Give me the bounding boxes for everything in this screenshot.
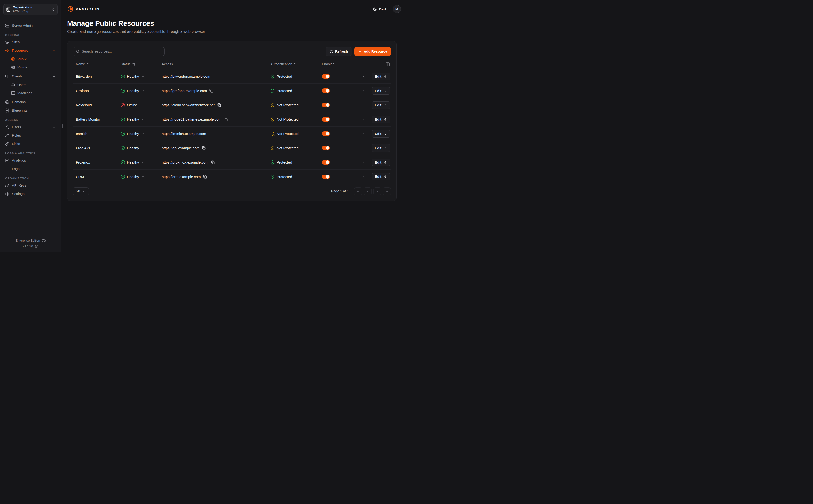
status-dropdown[interactable]: Healthy: [118, 89, 159, 93]
copy-icon[interactable]: [203, 175, 207, 179]
sidebar-item-api-keys[interactable]: API Keys: [3, 181, 58, 190]
arrow-right-icon: [383, 146, 387, 150]
row-menu-button[interactable]: [363, 103, 367, 107]
sidebar-item-private[interactable]: Private: [9, 63, 58, 71]
edit-button[interactable]: Edit: [372, 144, 390, 152]
column-header-status[interactable]: Status: [118, 62, 159, 66]
columns-visibility-button[interactable]: [357, 62, 391, 66]
search-input[interactable]: [82, 50, 162, 53]
toggle-knob: [326, 146, 329, 150]
resource-url: https://crm.example.com: [162, 175, 201, 179]
page-size-value: 20: [76, 189, 80, 193]
status-dropdown[interactable]: Healthy: [118, 132, 159, 136]
column-header-authentication[interactable]: Authentication: [267, 62, 319, 66]
status-dropdown[interactable]: Healthy: [118, 160, 159, 165]
copy-icon[interactable]: [217, 103, 221, 107]
next-page-button[interactable]: [373, 187, 381, 195]
first-page-button[interactable]: [354, 187, 362, 195]
refresh-button[interactable]: Refresh: [325, 47, 352, 56]
sidebar-item-blueprints[interactable]: Blueprints: [3, 106, 58, 114]
enabled-toggle[interactable]: [322, 117, 330, 122]
status-dropdown[interactable]: Healthy: [118, 146, 159, 150]
sidebar-item-roles[interactable]: Roles: [3, 131, 58, 139]
column-header-name[interactable]: Name: [73, 62, 118, 66]
edit-button[interactable]: Edit: [372, 116, 390, 123]
avatar[interactable]: M: [393, 5, 401, 13]
sidebar-item-clients[interactable]: Clients: [3, 72, 58, 80]
sidebar-section-access: ACCESS: [5, 118, 56, 121]
row-menu-button[interactable]: [363, 74, 367, 78]
row-menu-button[interactable]: [363, 117, 367, 121]
enabled-toggle[interactable]: [322, 131, 330, 136]
row-menu-button[interactable]: [363, 132, 367, 136]
circle-check-icon: [121, 160, 125, 165]
edit-button[interactable]: Edit: [372, 87, 390, 95]
chevron-down-icon: [141, 132, 144, 135]
row-menu-button[interactable]: [363, 160, 367, 164]
sidebar-item-logs[interactable]: Logs: [3, 165, 58, 173]
last-page-button[interactable]: [383, 187, 391, 195]
row-menu-button[interactable]: [363, 89, 367, 93]
theme-toggle[interactable]: Dark: [373, 7, 387, 11]
resource-name: Proxmox: [73, 160, 118, 164]
sidebar-item-analytics[interactable]: Analytics: [3, 156, 58, 165]
chevron-down-icon: [141, 75, 144, 78]
enabled-toggle[interactable]: [322, 88, 330, 93]
resource-name: Bitwarden: [73, 74, 118, 78]
edit-button[interactable]: Edit: [372, 101, 390, 109]
gear-icon: [5, 192, 9, 196]
sidebar-item-users[interactable]: Users: [3, 123, 58, 131]
status-dropdown[interactable]: Healthy: [118, 175, 159, 179]
copy-icon[interactable]: [209, 132, 212, 135]
copy-icon[interactable]: [209, 89, 213, 93]
prev-page-button[interactable]: [364, 187, 372, 195]
resource-url: https://bitwarden.example.com: [162, 74, 210, 78]
sidebar-item-resources[interactable]: Resources: [3, 46, 58, 55]
sidebar-item-label: Roles: [12, 134, 21, 137]
status-label: Healthy: [127, 132, 139, 136]
edit-button[interactable]: Edit: [372, 159, 390, 166]
theme-label: Dark: [379, 7, 387, 11]
add-resource-button[interactable]: Add Resource: [354, 47, 391, 56]
enabled-toggle[interactable]: [322, 146, 330, 150]
sidebar-item-domains[interactable]: Domains: [3, 98, 58, 106]
sidebar-item-server-admin[interactable]: Server Admin: [3, 21, 58, 30]
sidebar-item-settings[interactable]: Settings: [3, 190, 58, 198]
enabled-toggle[interactable]: [322, 175, 330, 179]
enabled-toggle[interactable]: [322, 160, 330, 165]
shield-check-icon: [270, 175, 274, 179]
chevron-up-icon: [52, 75, 56, 78]
copy-icon[interactable]: [202, 146, 206, 150]
copy-icon[interactable]: [211, 160, 215, 164]
row-menu-button[interactable]: [363, 146, 367, 150]
sidebar-item-client-users[interactable]: Users: [9, 81, 58, 89]
search-box: [73, 47, 165, 56]
brand[interactable]: PANGOLIN: [67, 6, 100, 12]
edit-button[interactable]: Edit: [372, 73, 390, 80]
status-dropdown[interactable]: Healthy: [118, 74, 159, 79]
copy-icon[interactable]: [213, 75, 216, 78]
status-dropdown[interactable]: Healthy: [118, 117, 159, 122]
edit-button[interactable]: Edit: [372, 130, 390, 138]
org-selector[interactable]: Organization ACME Corp.: [3, 4, 58, 15]
link-icon: [5, 142, 9, 146]
row-menu-button[interactable]: [363, 175, 367, 179]
toggle-knob: [326, 160, 329, 164]
sidebar-item-machines[interactable]: Machines: [9, 89, 58, 97]
github-icon[interactable]: [42, 239, 46, 242]
status-dropdown[interactable]: Offline: [118, 103, 159, 107]
page-size-select[interactable]: 20: [73, 187, 89, 195]
enabled-toggle[interactable]: [322, 103, 330, 107]
sidebar-item-links[interactable]: Links: [3, 140, 58, 148]
external-link-icon[interactable]: [35, 245, 38, 248]
edit-button[interactable]: Edit: [372, 173, 390, 180]
sidebar-item-label: Users: [12, 125, 21, 129]
version-label[interactable]: v1.13.0: [23, 243, 33, 249]
sidebar-item-sites[interactable]: Sites: [3, 38, 58, 46]
copy-icon[interactable]: [224, 118, 227, 121]
sidebar-item-label: Domains: [12, 100, 26, 104]
resource-name: CRM: [73, 175, 118, 179]
sidebar-item-public[interactable]: Public: [9, 55, 58, 63]
enabled-toggle[interactable]: [322, 74, 330, 79]
shield-off-icon: [270, 132, 274, 136]
